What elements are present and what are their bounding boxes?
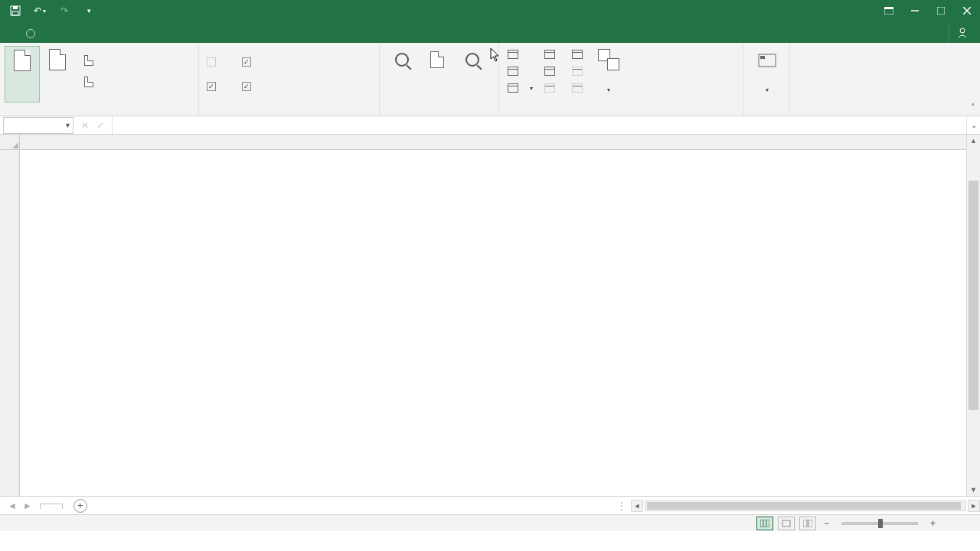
zoom-selection-button[interactable] bbox=[455, 46, 490, 103]
macros-icon bbox=[755, 47, 779, 72]
zoom-100-icon bbox=[425, 47, 449, 72]
svg-rect-1 bbox=[13, 6, 18, 9]
view-pagelayout-status[interactable] bbox=[778, 517, 795, 530]
collapse-ribbon-button[interactable]: ˄ bbox=[971, 103, 975, 112]
zoom-in-button[interactable]: + bbox=[927, 518, 939, 529]
window-controls bbox=[876, 0, 980, 21]
hide-icon bbox=[544, 65, 556, 77]
ribbon-options-button[interactable] bbox=[876, 0, 902, 21]
view-pagebreak-button[interactable] bbox=[40, 46, 75, 103]
scroll-down-button[interactable]: ▼ bbox=[967, 484, 980, 496]
sheet-tab-bar: ◄► + ⋮ ◄ ► bbox=[0, 496, 980, 514]
zoom-icon bbox=[390, 47, 414, 72]
person-icon bbox=[957, 27, 968, 40]
title-bar: ↶▾ ↷ ▾ bbox=[0, 0, 980, 21]
add-sheet-button[interactable]: + bbox=[74, 499, 87, 513]
zoom-out-button[interactable]: − bbox=[821, 518, 832, 529]
svg-rect-12 bbox=[760, 520, 769, 527]
pagelayout-icon bbox=[83, 54, 95, 67]
svg-rect-15 bbox=[782, 520, 790, 527]
tab-file[interactable] bbox=[0, 34, 18, 43]
sign-in-link[interactable] bbox=[927, 29, 949, 37]
view-normal-status[interactable] bbox=[756, 517, 773, 530]
vertical-scrollbar[interactable]: ▲ ▼ bbox=[966, 135, 980, 496]
svg-rect-2 bbox=[12, 11, 18, 15]
sync-scroll-button bbox=[568, 63, 586, 80]
view-custom-button[interactable] bbox=[80, 73, 103, 90]
zoom-button[interactable] bbox=[384, 46, 420, 103]
column-headers[interactable] bbox=[20, 135, 966, 150]
zoom-selection-icon bbox=[460, 47, 485, 72]
quick-access-toolbar: ↶▾ ↷ ▾ bbox=[0, 2, 100, 20]
formula-bar: ▼ ✕ ✓ ⌄ bbox=[0, 116, 980, 135]
split-button[interactable] bbox=[541, 46, 564, 63]
redo-button[interactable]: ↷ bbox=[54, 2, 75, 20]
svg-rect-6 bbox=[937, 7, 945, 15]
reset-pos-icon bbox=[571, 82, 583, 94]
hide-button[interactable] bbox=[541, 63, 564, 80]
view-side-button[interactable] bbox=[568, 46, 586, 63]
scroll-thumb[interactable] bbox=[969, 181, 978, 410]
scroll-up-button[interactable]: ▲ bbox=[967, 135, 980, 147]
enter-formula-button: ✓ bbox=[96, 120, 104, 131]
custom-views-icon bbox=[83, 76, 95, 88]
chevron-down-icon[interactable]: ▼ bbox=[64, 122, 71, 129]
save-button[interactable] bbox=[5, 2, 26, 20]
freeze-panes-button[interactable]: ▾ bbox=[504, 80, 536, 96]
svg-rect-17 bbox=[808, 520, 812, 527]
row-headers[interactable] bbox=[0, 150, 20, 496]
cancel-formula-button: ✕ bbox=[81, 120, 89, 131]
sheet-nav-prev[interactable]: ◄ bbox=[8, 500, 17, 511]
reset-pos-button bbox=[568, 80, 586, 96]
sheet-tab-1[interactable] bbox=[40, 504, 63, 509]
minimize-button[interactable] bbox=[902, 0, 928, 21]
svg-rect-4 bbox=[884, 7, 893, 9]
arrange-all-button[interactable] bbox=[504, 63, 536, 80]
name-box[interactable]: ▼ bbox=[3, 117, 74, 134]
switch-windows-button[interactable]: ▾ bbox=[591, 46, 626, 103]
checkbox-icon: ✓ bbox=[242, 82, 251, 91]
scroll-right-button[interactable]: ► bbox=[968, 500, 980, 512]
checkbox-icon bbox=[207, 57, 216, 67]
share-button[interactable] bbox=[949, 24, 980, 43]
freeze-icon bbox=[507, 82, 519, 94]
formula-bar-checkbox[interactable]: ✓ bbox=[239, 54, 259, 70]
ribbon-tabs bbox=[0, 21, 980, 43]
expand-formula-bar[interactable]: ⌄ bbox=[966, 116, 980, 134]
cells-area[interactable] bbox=[20, 150, 966, 496]
sync-scroll-icon bbox=[571, 65, 583, 77]
qat-customize[interactable]: ▾ bbox=[78, 2, 100, 20]
view-pagelayout-button[interactable] bbox=[80, 52, 103, 69]
zoom-100-button[interactable] bbox=[420, 46, 455, 103]
horizontal-scrollbar[interactable]: ⋮ ◄ ► bbox=[612, 500, 980, 512]
checkbox-icon: ✓ bbox=[242, 57, 251, 67]
ruler-checkbox bbox=[204, 54, 224, 70]
formula-input[interactable] bbox=[125, 117, 966, 134]
scroll-left-button[interactable]: ◄ bbox=[631, 500, 643, 512]
side-by-side-icon bbox=[571, 48, 583, 60]
headings-checkbox[interactable]: ✓ bbox=[239, 78, 259, 95]
split-icon bbox=[544, 48, 556, 60]
view-normal-button[interactable] bbox=[5, 46, 40, 103]
select-all-corner[interactable] bbox=[0, 135, 20, 150]
arrange-icon bbox=[507, 65, 519, 77]
tell-me-search[interactable] bbox=[18, 25, 47, 43]
status-bar: − + bbox=[0, 514, 980, 531]
view-pagebreak-status[interactable] bbox=[799, 517, 816, 530]
new-window-button[interactable] bbox=[504, 46, 536, 63]
svg-rect-11 bbox=[760, 56, 765, 59]
zoom-slider[interactable] bbox=[841, 522, 918, 525]
switch-windows-icon bbox=[596, 47, 621, 72]
gridlines-checkbox[interactable]: ✓ bbox=[204, 78, 224, 95]
normal-icon bbox=[10, 48, 34, 73]
unhide-icon bbox=[544, 82, 556, 94]
svg-point-9 bbox=[960, 28, 965, 33]
close-button[interactable] bbox=[954, 0, 980, 21]
macros-button[interactable]: ▾ bbox=[749, 46, 785, 96]
maximize-button[interactable] bbox=[928, 0, 954, 21]
sheet-nav-next[interactable]: ► bbox=[23, 500, 32, 511]
spreadsheet-grid[interactable]: ▲ ▼ bbox=[0, 135, 980, 496]
zoom-knob[interactable] bbox=[878, 519, 883, 528]
undo-button[interactable]: ↶▾ bbox=[29, 2, 51, 20]
hscroll-thumb[interactable] bbox=[647, 502, 961, 510]
